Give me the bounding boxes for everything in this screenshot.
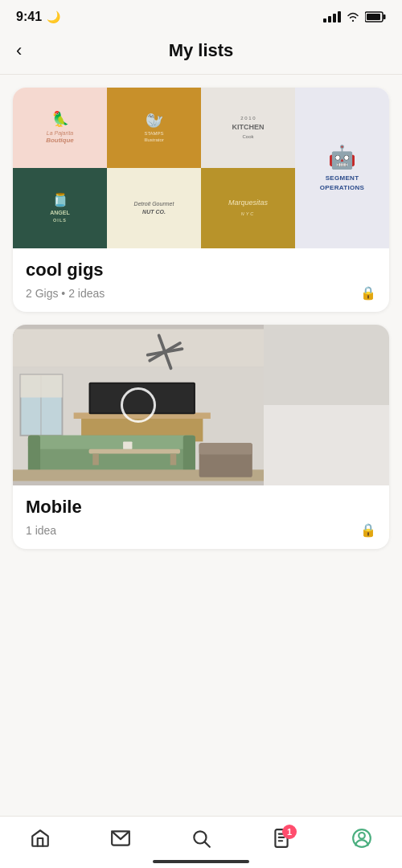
battery-icon: [365, 11, 386, 23]
svg-rect-23: [92, 454, 99, 465]
svg-rect-28: [199, 443, 252, 454]
card-meta-cool-gigs: 2 Gigs • 2 ideas 🔒: [26, 285, 376, 301]
home-icon: [30, 828, 51, 849]
card-info-mobile: Mobile 1 idea 🔒: [13, 485, 389, 549]
grid-cell-living-room: [13, 325, 264, 485]
nav-item-lists[interactable]: 1: [271, 828, 292, 849]
svg-rect-19: [28, 436, 195, 449]
svg-rect-2: [367, 14, 380, 20]
svg-point-37: [359, 833, 365, 839]
list-card-mobile[interactable]: Mobile 1 idea 🔒: [13, 325, 389, 549]
search-icon: [191, 828, 211, 849]
status-bar: 9:41 🌙: [0, 0, 402, 31]
card-count-cool-gigs: 2 Gigs • 2 ideas: [26, 287, 105, 300]
svg-rect-24: [170, 454, 177, 465]
status-time: 9:41: [16, 10, 42, 24]
card-images-cool-gigs: 🦜 La PajaritaBoutique 🦭 STAMPSIllustrato…: [13, 88, 389, 248]
svg-line-31: [205, 842, 210, 847]
card-info-cool-gigs: cool gigs 2 Gigs • 2 ideas 🔒: [13, 248, 389, 312]
card-title-cool-gigs: cool gigs: [26, 260, 376, 280]
list-card-cool-gigs[interactable]: 🦜 La PajaritaBoutique 🦭 STAMPSIllustrato…: [13, 88, 389, 312]
moon-icon: 🌙: [47, 10, 60, 23]
card-count-mobile: 1 idea: [26, 524, 56, 537]
svg-rect-22: [89, 449, 180, 454]
play-circle: [121, 387, 156, 423]
grid-cell-empty-top: [264, 325, 389, 405]
back-button[interactable]: ‹: [16, 42, 22, 59]
svg-rect-9: [20, 375, 62, 397]
nav-item-home[interactable]: [30, 828, 51, 849]
lists-badge: 1: [282, 825, 297, 839]
svg-rect-4: [13, 329, 264, 366]
header-divider: [0, 74, 402, 75]
wifi-icon: [346, 11, 360, 23]
svg-rect-25: [123, 441, 132, 448]
lock-icon-mobile: 🔒: [360, 522, 376, 538]
profile-icon: [351, 828, 372, 849]
nav-item-profile[interactable]: [351, 828, 372, 849]
bottom-spacer: [0, 549, 402, 629]
page-title: My lists: [169, 40, 234, 61]
card-title-mobile: Mobile: [26, 497, 376, 518]
nav-item-mail[interactable]: [110, 828, 131, 849]
home-indicator: [153, 860, 249, 863]
card-images-mobile: [13, 325, 389, 485]
mail-icon: [110, 828, 131, 849]
signal-icon: [323, 11, 341, 23]
grid-cell-empty-bottom: [264, 405, 389, 485]
status-icons: [323, 11, 386, 23]
svg-rect-1: [384, 14, 386, 19]
lock-icon-cool-gigs: 🔒: [360, 285, 376, 301]
card-meta-mobile: 1 idea 🔒: [26, 522, 376, 538]
nav-item-search[interactable]: [191, 828, 211, 849]
lists-container: 🦜 La PajaritaBoutique 🦭 STAMPSIllustrato…: [0, 88, 402, 549]
header: ‹ My lists: [0, 31, 402, 74]
